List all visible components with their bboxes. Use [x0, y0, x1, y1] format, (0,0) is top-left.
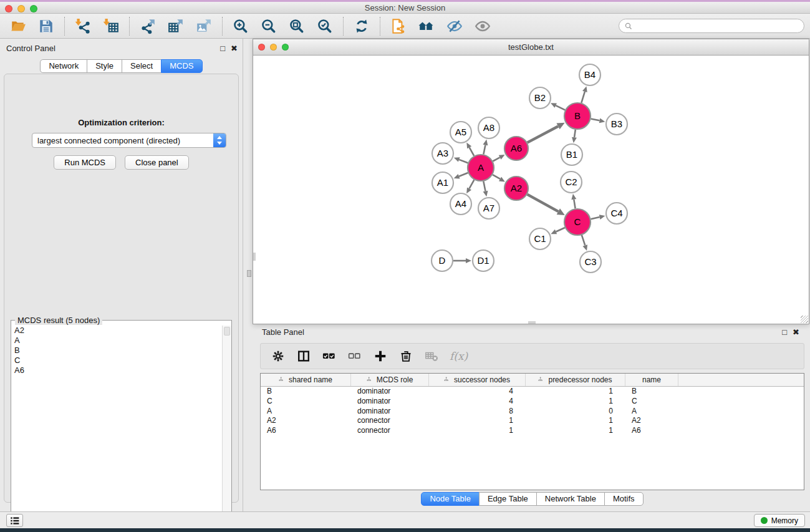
control-panel-close-icon[interactable]: ✖: [231, 44, 238, 53]
table-row[interactable]: Bdominator41B: [261, 387, 804, 397]
table-cell[interactable]: 4: [429, 397, 526, 407]
node-A8[interactable]: A8: [478, 117, 499, 138]
edge-A-A6[interactable]: [493, 155, 504, 161]
edge-A-A5[interactable]: [466, 143, 474, 156]
refresh-button[interactable]: [353, 17, 370, 35]
node-B2[interactable]: B2: [529, 87, 551, 109]
network-window-titlebar[interactable]: testGlobe.txt: [253, 39, 809, 56]
mcds-result-item[interactable]: A2: [12, 326, 221, 336]
edge-A-A7[interactable]: [483, 181, 488, 197]
tab-style[interactable]: Style: [87, 59, 122, 73]
edge-C-C3[interactable]: [582, 235, 587, 251]
table-cell[interactable]: A6: [625, 426, 678, 436]
table-cell[interactable]: 0: [526, 407, 625, 417]
edge-B-B2[interactable]: [551, 103, 565, 110]
visibility-button[interactable]: [474, 17, 491, 35]
zoom-selected-button[interactable]: [316, 17, 334, 35]
node-D1[interactable]: D1: [473, 250, 494, 271]
node-A7[interactable]: A7: [478, 198, 499, 219]
column-header-shared-name[interactable]: shared name: [261, 374, 351, 386]
column-header-mcds-role[interactable]: MCDS role: [351, 374, 429, 386]
node-A6[interactable]: A6: [504, 137, 528, 160]
mcds-result-list[interactable]: A2ABCA6: [12, 326, 221, 532]
table-row[interactable]: A2connector11A2: [261, 416, 804, 426]
tab-node-table[interactable]: Node Table: [421, 492, 480, 506]
node-C4[interactable]: C4: [606, 203, 627, 224]
node-D[interactable]: D: [432, 250, 453, 271]
table-cell[interactable]: B: [625, 387, 678, 397]
table-cell[interactable]: 1: [526, 397, 625, 407]
table-panel-float-icon[interactable]: □: [782, 327, 787, 337]
settings-button[interactable]: [271, 349, 286, 364]
window-resize-grip[interactable]: [801, 316, 808, 323]
table-cell[interactable]: 1: [526, 416, 625, 426]
edge-A-A3[interactable]: [454, 157, 468, 163]
edge-A-A8[interactable]: [483, 140, 488, 155]
run-mcds-button[interactable]: Run MCDS: [54, 155, 116, 170]
table-row[interactable]: Cdominator41C: [261, 397, 804, 407]
table-cell[interactable]: 1: [429, 426, 526, 436]
node-C2[interactable]: C2: [561, 172, 582, 193]
open-file-button[interactable]: [9, 17, 27, 35]
select-all-columns-button[interactable]: [322, 349, 337, 364]
canvas-hscroll-nub[interactable]: [528, 321, 536, 324]
canvas-vscroll-nub[interactable]: [253, 253, 256, 261]
column-header-successor-nodes[interactable]: successor nodes: [429, 374, 526, 386]
table-cell[interactable]: C: [261, 397, 351, 407]
edge-B-B1[interactable]: [572, 130, 577, 143]
tab-mcds[interactable]: MCDS: [161, 59, 202, 73]
table-cell[interactable]: C: [625, 397, 678, 407]
zoom-in-button[interactable]: [232, 17, 249, 35]
node-B[interactable]: B: [564, 103, 591, 129]
edge-D-D1[interactable]: [453, 258, 471, 263]
column-header-predecessor-nodes[interactable]: predecessor nodes: [526, 374, 625, 386]
table-cell[interactable]: A2: [625, 416, 678, 426]
tab-network-table[interactable]: Network Table: [536, 492, 605, 506]
task-history-button[interactable]: [6, 514, 23, 527]
add-row-button[interactable]: [373, 349, 388, 364]
table-cell[interactable]: A6: [261, 426, 351, 436]
column-header-name[interactable]: name: [625, 374, 678, 386]
table-row[interactable]: A6connector11A6: [261, 426, 804, 436]
table-cell[interactable]: 8: [429, 407, 526, 417]
export-image-button[interactable]: [195, 17, 213, 35]
table-row[interactable]: Adominator80A: [261, 407, 804, 417]
home-button[interactable]: [418, 17, 435, 35]
edge-A-A1[interactable]: [454, 173, 468, 178]
export-table-button[interactable]: [167, 17, 185, 35]
close-panel-button[interactable]: Close panel: [125, 155, 189, 170]
node-C[interactable]: C: [564, 209, 591, 235]
network-canvas[interactable]: AA1A2A3A4A5A6A7A8BB1B2B3B4CC1C2C3C4DD1: [253, 56, 809, 324]
import-network-button[interactable]: [74, 17, 92, 35]
window-titlebar[interactable]: Session: New Session: [0, 2, 810, 14]
edge-A6-B[interactable]: [528, 123, 565, 143]
node-B3[interactable]: B3: [606, 114, 627, 135]
mcds-result-item[interactable]: C: [12, 355, 221, 365]
table-cell[interactable]: 1: [429, 416, 526, 426]
result-scrollbar[interactable]: [222, 326, 231, 532]
node-A[interactable]: A: [468, 155, 494, 181]
table-cell[interactable]: 1: [526, 387, 625, 397]
unselect-all-columns-button[interactable]: [347, 349, 362, 364]
search-input[interactable]: [636, 22, 799, 31]
edge-C-C4[interactable]: [591, 215, 605, 220]
zoom-out-button[interactable]: [260, 17, 277, 35]
tab-motifs[interactable]: Motifs: [604, 492, 644, 506]
mcds-result-item[interactable]: A: [12, 336, 221, 346]
control-panel-float-icon[interactable]: □: [220, 44, 225, 53]
edge-B-B4[interactable]: [581, 86, 587, 103]
delete-row-button[interactable]: [398, 349, 413, 364]
node-C1[interactable]: C1: [529, 228, 551, 249]
edge-C-C1[interactable]: [551, 228, 565, 234]
table-cell[interactable]: 4: [429, 387, 526, 397]
tab-network[interactable]: Network: [40, 59, 87, 73]
table-cell[interactable]: dominator: [351, 407, 429, 417]
table-cell[interactable]: dominator: [351, 387, 429, 397]
edge-A-A4[interactable]: [466, 180, 474, 193]
tab-edge-table[interactable]: Edge Table: [479, 492, 537, 506]
tab-select[interactable]: Select: [122, 59, 162, 73]
node-C3[interactable]: C3: [580, 251, 601, 273]
node-A4[interactable]: A4: [450, 193, 471, 215]
node-A5[interactable]: A5: [450, 122, 471, 143]
network-view-window[interactable]: testGlobe.txt AA1A2A3A4A5A6A7A8BB1B2B3B4…: [253, 39, 809, 324]
